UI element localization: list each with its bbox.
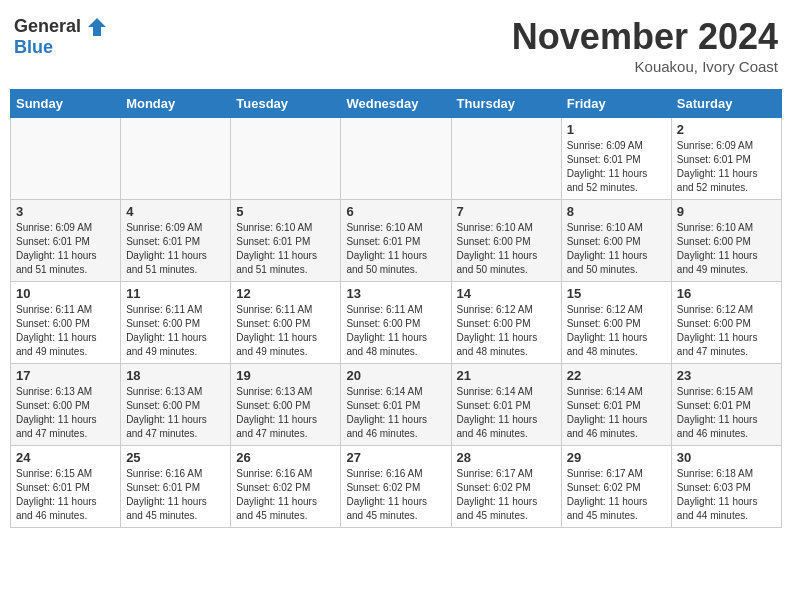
calendar-cell: 10Sunrise: 6:11 AM Sunset: 6:00 PM Dayli… (11, 282, 121, 364)
day-number: 22 (567, 368, 666, 383)
day-number: 10 (16, 286, 115, 301)
calendar-cell (231, 118, 341, 200)
calendar-cell: 18Sunrise: 6:13 AM Sunset: 6:00 PM Dayli… (121, 364, 231, 446)
day-info: Sunrise: 6:10 AM Sunset: 6:01 PM Dayligh… (236, 221, 335, 277)
weekday-header-saturday: Saturday (671, 90, 781, 118)
calendar-cell: 28Sunrise: 6:17 AM Sunset: 6:02 PM Dayli… (451, 446, 561, 528)
day-info: Sunrise: 6:11 AM Sunset: 6:00 PM Dayligh… (236, 303, 335, 359)
calendar-cell (11, 118, 121, 200)
day-number: 18 (126, 368, 225, 383)
calendar-week-1: 1Sunrise: 6:09 AM Sunset: 6:01 PM Daylig… (11, 118, 782, 200)
day-info: Sunrise: 6:14 AM Sunset: 6:01 PM Dayligh… (567, 385, 666, 441)
calendar-cell: 25Sunrise: 6:16 AM Sunset: 6:01 PM Dayli… (121, 446, 231, 528)
day-number: 17 (16, 368, 115, 383)
day-info: Sunrise: 6:18 AM Sunset: 6:03 PM Dayligh… (677, 467, 776, 523)
calendar-cell: 30Sunrise: 6:18 AM Sunset: 6:03 PM Dayli… (671, 446, 781, 528)
day-number: 25 (126, 450, 225, 465)
day-info: Sunrise: 6:12 AM Sunset: 6:00 PM Dayligh… (567, 303, 666, 359)
day-info: Sunrise: 6:13 AM Sunset: 6:00 PM Dayligh… (126, 385, 225, 441)
calendar-cell: 14Sunrise: 6:12 AM Sunset: 6:00 PM Dayli… (451, 282, 561, 364)
day-info: Sunrise: 6:10 AM Sunset: 6:00 PM Dayligh… (567, 221, 666, 277)
calendar-cell: 2Sunrise: 6:09 AM Sunset: 6:01 PM Daylig… (671, 118, 781, 200)
calendar-cell: 16Sunrise: 6:12 AM Sunset: 6:00 PM Dayli… (671, 282, 781, 364)
calendar-cell: 26Sunrise: 6:16 AM Sunset: 6:02 PM Dayli… (231, 446, 341, 528)
svg-marker-0 (88, 18, 106, 36)
calendar-cell: 21Sunrise: 6:14 AM Sunset: 6:01 PM Dayli… (451, 364, 561, 446)
calendar-cell (451, 118, 561, 200)
calendar-week-5: 24Sunrise: 6:15 AM Sunset: 6:01 PM Dayli… (11, 446, 782, 528)
calendar-cell: 7Sunrise: 6:10 AM Sunset: 6:00 PM Daylig… (451, 200, 561, 282)
weekday-header-row: SundayMondayTuesdayWednesdayThursdayFrid… (11, 90, 782, 118)
calendar-cell: 13Sunrise: 6:11 AM Sunset: 6:00 PM Dayli… (341, 282, 451, 364)
day-info: Sunrise: 6:15 AM Sunset: 6:01 PM Dayligh… (16, 467, 115, 523)
day-number: 26 (236, 450, 335, 465)
calendar-cell: 29Sunrise: 6:17 AM Sunset: 6:02 PM Dayli… (561, 446, 671, 528)
calendar-cell: 15Sunrise: 6:12 AM Sunset: 6:00 PM Dayli… (561, 282, 671, 364)
calendar-cell: 11Sunrise: 6:11 AM Sunset: 6:00 PM Dayli… (121, 282, 231, 364)
logo-icon (86, 16, 108, 38)
day-number: 8 (567, 204, 666, 219)
calendar-cell: 27Sunrise: 6:16 AM Sunset: 6:02 PM Dayli… (341, 446, 451, 528)
day-info: Sunrise: 6:11 AM Sunset: 6:00 PM Dayligh… (346, 303, 445, 359)
calendar-cell: 24Sunrise: 6:15 AM Sunset: 6:01 PM Dayli… (11, 446, 121, 528)
calendar-cell: 9Sunrise: 6:10 AM Sunset: 6:00 PM Daylig… (671, 200, 781, 282)
day-info: Sunrise: 6:09 AM Sunset: 6:01 PM Dayligh… (16, 221, 115, 277)
day-number: 29 (567, 450, 666, 465)
month-title: November 2024 (512, 16, 778, 58)
calendar-cell: 5Sunrise: 6:10 AM Sunset: 6:01 PM Daylig… (231, 200, 341, 282)
logo: General Blue (14, 16, 108, 58)
calendar-cell: 20Sunrise: 6:14 AM Sunset: 6:01 PM Dayli… (341, 364, 451, 446)
day-info: Sunrise: 6:11 AM Sunset: 6:00 PM Dayligh… (126, 303, 225, 359)
day-info: Sunrise: 6:16 AM Sunset: 6:02 PM Dayligh… (236, 467, 335, 523)
day-number: 3 (16, 204, 115, 219)
calendar-cell: 17Sunrise: 6:13 AM Sunset: 6:00 PM Dayli… (11, 364, 121, 446)
day-number: 24 (16, 450, 115, 465)
day-number: 1 (567, 122, 666, 137)
header: General Blue November 2024 Kouakou, Ivor… (10, 10, 782, 81)
day-number: 15 (567, 286, 666, 301)
day-number: 30 (677, 450, 776, 465)
day-info: Sunrise: 6:10 AM Sunset: 6:01 PM Dayligh… (346, 221, 445, 277)
calendar-cell: 23Sunrise: 6:15 AM Sunset: 6:01 PM Dayli… (671, 364, 781, 446)
weekday-header-monday: Monday (121, 90, 231, 118)
calendar-table: SundayMondayTuesdayWednesdayThursdayFrid… (10, 89, 782, 528)
calendar-cell: 4Sunrise: 6:09 AM Sunset: 6:01 PM Daylig… (121, 200, 231, 282)
day-number: 6 (346, 204, 445, 219)
day-number: 16 (677, 286, 776, 301)
day-number: 11 (126, 286, 225, 301)
day-number: 21 (457, 368, 556, 383)
calendar-cell (341, 118, 451, 200)
day-info: Sunrise: 6:10 AM Sunset: 6:00 PM Dayligh… (457, 221, 556, 277)
day-info: Sunrise: 6:16 AM Sunset: 6:01 PM Dayligh… (126, 467, 225, 523)
day-info: Sunrise: 6:17 AM Sunset: 6:02 PM Dayligh… (567, 467, 666, 523)
calendar-cell: 22Sunrise: 6:14 AM Sunset: 6:01 PM Dayli… (561, 364, 671, 446)
day-number: 28 (457, 450, 556, 465)
day-number: 14 (457, 286, 556, 301)
logo-general: General (14, 16, 108, 38)
day-number: 2 (677, 122, 776, 137)
location-title: Kouakou, Ivory Coast (512, 58, 778, 75)
title-area: November 2024 Kouakou, Ivory Coast (512, 16, 778, 75)
day-number: 7 (457, 204, 556, 219)
calendar-cell: 6Sunrise: 6:10 AM Sunset: 6:01 PM Daylig… (341, 200, 451, 282)
calendar-cell: 3Sunrise: 6:09 AM Sunset: 6:01 PM Daylig… (11, 200, 121, 282)
day-number: 20 (346, 368, 445, 383)
day-info: Sunrise: 6:15 AM Sunset: 6:01 PM Dayligh… (677, 385, 776, 441)
calendar-cell: 1Sunrise: 6:09 AM Sunset: 6:01 PM Daylig… (561, 118, 671, 200)
weekday-header-tuesday: Tuesday (231, 90, 341, 118)
day-number: 23 (677, 368, 776, 383)
day-number: 12 (236, 286, 335, 301)
calendar-cell: 19Sunrise: 6:13 AM Sunset: 6:00 PM Dayli… (231, 364, 341, 446)
weekday-header-friday: Friday (561, 90, 671, 118)
day-number: 19 (236, 368, 335, 383)
calendar-cell: 12Sunrise: 6:11 AM Sunset: 6:00 PM Dayli… (231, 282, 341, 364)
day-info: Sunrise: 6:12 AM Sunset: 6:00 PM Dayligh… (677, 303, 776, 359)
day-number: 13 (346, 286, 445, 301)
calendar-week-4: 17Sunrise: 6:13 AM Sunset: 6:00 PM Dayli… (11, 364, 782, 446)
weekday-header-wednesday: Wednesday (341, 90, 451, 118)
logo-blue: Blue (14, 38, 108, 58)
day-number: 5 (236, 204, 335, 219)
day-info: Sunrise: 6:09 AM Sunset: 6:01 PM Dayligh… (567, 139, 666, 195)
day-info: Sunrise: 6:11 AM Sunset: 6:00 PM Dayligh… (16, 303, 115, 359)
day-info: Sunrise: 6:09 AM Sunset: 6:01 PM Dayligh… (677, 139, 776, 195)
